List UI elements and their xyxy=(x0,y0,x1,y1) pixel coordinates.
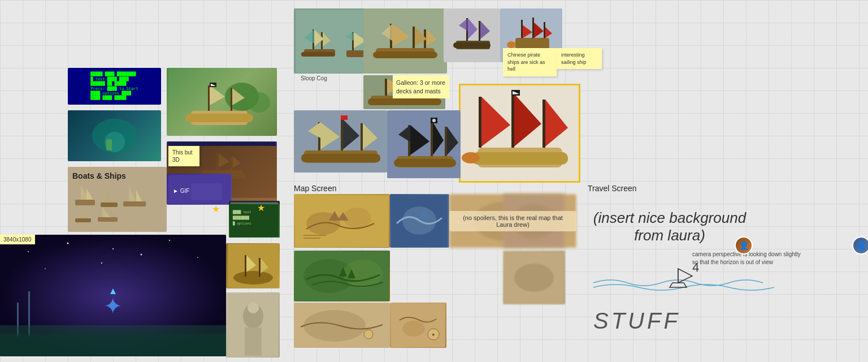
svg-rect-86 xyxy=(413,27,415,48)
svg-text:████████: ████████ xyxy=(232,216,249,220)
svg-point-172 xyxy=(402,321,425,337)
svg-rect-35 xyxy=(185,114,253,122)
svg-rect-68 xyxy=(245,327,262,356)
svg-rect-134 xyxy=(341,119,343,150)
svg-rect-84 xyxy=(373,51,437,58)
svg-point-61 xyxy=(233,271,273,285)
travel-screen-bg-note: (insert nice background from laura) xyxy=(591,209,749,244)
svg-rect-95 xyxy=(385,79,387,96)
svg-rect-3 xyxy=(75,200,95,205)
svg-rect-6 xyxy=(101,202,118,207)
svg-text:✦: ✦ xyxy=(431,332,436,338)
svg-rect-62 xyxy=(245,255,246,277)
map-dragon-card[interactable] xyxy=(390,194,449,248)
svg-point-162 xyxy=(420,210,429,219)
interesting-note: interesting sailing ship xyxy=(557,48,602,69)
svg-marker-15 xyxy=(110,209,115,217)
teal-cave-card[interactable] xyxy=(68,110,161,161)
svg-marker-12 xyxy=(80,209,85,218)
svg-point-19 xyxy=(112,248,114,249)
svg-rect-122 xyxy=(479,97,481,148)
brig-card[interactable] xyxy=(363,8,447,74)
svg-point-69 xyxy=(248,302,259,313)
svg-point-121 xyxy=(462,152,480,163)
svg-marker-10 xyxy=(136,190,142,201)
galleon-note: Galleon: 3 or more decks and masts xyxy=(393,75,449,98)
map-fantasy-card[interactable] xyxy=(294,251,390,301)
star-badge-2: ★ xyxy=(212,204,220,214)
svg-rect-11 xyxy=(75,218,91,222)
map-screen-label: Map Screen xyxy=(294,184,336,193)
svg-point-20 xyxy=(169,240,170,241)
stuff-text: STUFF xyxy=(593,308,680,334)
this-but-3d-note: This but 3D xyxy=(168,146,199,166)
svg-text:████ text: ████ text xyxy=(232,210,251,214)
svg-point-179 xyxy=(511,204,557,238)
svg-point-23 xyxy=(101,262,102,264)
svg-rect-114 xyxy=(479,21,480,41)
star-badge-1: ★ xyxy=(257,202,265,213)
old-map2-card[interactable] xyxy=(294,303,390,348)
svg-rect-82 xyxy=(364,10,446,73)
svg-rect-140 xyxy=(341,115,348,120)
svg-rect-132 xyxy=(301,154,380,162)
map-texture2-card[interactable] xyxy=(503,251,565,304)
svg-rect-146 xyxy=(445,127,447,156)
svg-rect-36 xyxy=(208,85,210,111)
svg-rect-108 xyxy=(544,22,545,38)
svg-rect-124 xyxy=(542,100,545,148)
statue-card[interactable] xyxy=(226,292,280,357)
chinese-note: Chinese pirate ships are sick as hell xyxy=(503,48,557,76)
svg-rect-158 xyxy=(303,235,326,236)
svg-rect-143 xyxy=(394,159,456,167)
old-map-card[interactable]: ✦ xyxy=(390,303,446,348)
svg-point-17 xyxy=(28,251,29,252)
sloop-label: Sloop Cog xyxy=(301,75,327,81)
svg-rect-145 xyxy=(431,122,433,156)
pirate-3d-card[interactable] xyxy=(167,68,277,136)
svg-rect-135 xyxy=(361,123,363,150)
svg-rect-72 xyxy=(301,52,335,57)
wooden-ship-ornate-card[interactable] xyxy=(226,243,280,288)
svg-rect-8 xyxy=(123,201,146,206)
resolution-badge: 3840x1080 xyxy=(0,235,35,244)
svg-marker-183 xyxy=(670,283,687,287)
svg-point-18 xyxy=(67,243,69,244)
game-screen-card[interactable]: ████ text ████████ █ options xyxy=(229,204,280,238)
svg-rect-107 xyxy=(532,18,534,38)
svg-rect-94 xyxy=(368,98,441,105)
svg-text:► GIF: ► GIF xyxy=(173,188,189,194)
svg-rect-120 xyxy=(472,152,568,165)
pirate-sketch-card[interactable] xyxy=(444,8,500,62)
svg-rect-30 xyxy=(0,334,226,356)
red-junk-framed-card[interactable] xyxy=(459,84,580,183)
svg-point-21 xyxy=(197,257,198,258)
svg-rect-2 xyxy=(106,139,112,150)
map-illustrated-card[interactable] xyxy=(294,194,390,248)
pixel-game-card[interactable]: █████ ████ ████████ █ text ████ ████ ███… xyxy=(68,68,161,105)
svg-rect-51 xyxy=(191,183,222,200)
map-texture1-card[interactable] xyxy=(503,194,565,248)
black-sail-card[interactable] xyxy=(387,110,461,178)
svg-rect-102 xyxy=(515,38,549,49)
svg-point-177 xyxy=(364,330,373,339)
svg-rect-13 xyxy=(98,217,118,222)
avatar-1[interactable]: 👤 xyxy=(735,236,753,255)
gif-pirate-card[interactable]: ► GIF xyxy=(167,174,232,205)
boats-ships-label: Boats & Ships xyxy=(68,167,144,178)
svg-point-152 xyxy=(432,119,436,122)
svg-point-24 xyxy=(141,254,142,256)
svg-point-33 xyxy=(248,92,270,113)
ship-row2-card[interactable] xyxy=(294,110,387,173)
avatar-2[interactable]: 👤 xyxy=(852,236,868,255)
svg-rect-37 xyxy=(231,88,232,111)
svg-point-109 xyxy=(507,41,516,48)
svg-text:✦: ✦ xyxy=(103,294,123,318)
svg-rect-159 xyxy=(303,238,320,239)
svg-point-181 xyxy=(514,264,554,292)
svg-marker-7 xyxy=(105,190,112,202)
galaxy-card[interactable]: ✦ xyxy=(0,235,226,356)
svg-marker-5 xyxy=(86,188,93,200)
svg-rect-112 xyxy=(453,42,491,48)
svg-rect-63 xyxy=(259,258,261,277)
